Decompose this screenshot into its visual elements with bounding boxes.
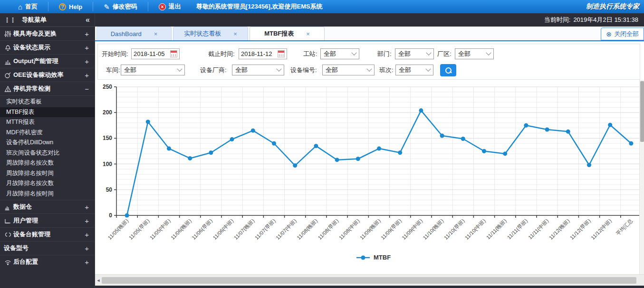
expand-plus-icon[interactable]: + <box>85 231 89 239</box>
expand-plus-icon[interactable]: + <box>85 57 89 65</box>
navigation-sidebar: ⋮⋮ 导航菜单 « 模具寿命及更换 + 设备状态展示 + <box>0 13 95 288</box>
horizontal-scrollbar-thumb[interactable] <box>102 277 636 284</box>
alarm-bell-icon <box>3 44 12 51</box>
submenu-shift-compare[interactable]: 班次间设备状态对比 <box>0 148 95 158</box>
vendor-select[interactable]: 全部 <box>232 65 284 75</box>
submenu-drilldown[interactable]: 设备停机DillDown <box>0 138 95 148</box>
sidebar-item-mold-life[interactable]: 模具寿命及更换 + <box>0 27 95 40</box>
expand-plus-icon[interactable]: + <box>85 71 89 79</box>
filter-panel: 开始时间: 2018-11-05 截止时间: 2018-11-12 工站: 全部 <box>97 44 640 80</box>
svg-text:11/09(早班): 11/09(早班) <box>380 218 403 241</box>
gauge-icon <box>3 72 12 79</box>
expand-plus-icon[interactable]: + <box>85 244 89 252</box>
svg-text:50: 50 <box>106 186 113 193</box>
brand-slogan: 制造执行系统专家 <box>586 2 644 11</box>
change-password-button[interactable]: ✎ 修改密码 <box>93 2 148 11</box>
end-date-input[interactable]: 2018-11-12 <box>239 48 287 59</box>
factory-select[interactable]: 全部 <box>455 48 494 59</box>
expand-plus-icon[interactable]: + <box>85 217 89 225</box>
svg-text:11/06(中班): 11/06(中班) <box>211 218 234 241</box>
home-button[interactable]: ⌂ 首页 <box>0 2 48 11</box>
submenu-mdf-density[interactable]: MDF停机密度 <box>0 128 95 138</box>
station-label: 工站: <box>303 48 317 60</box>
home-icon: ⌂ <box>18 3 22 10</box>
department-select[interactable]: 全部 <box>395 48 434 59</box>
filter-row-1: 开始时间: 2018-11-05 截止时间: 2018-11-12 工站: 全部 <box>98 48 640 60</box>
chevron-down-icon <box>425 66 431 71</box>
horizontal-scrollbar[interactable]: ◄ <box>95 274 644 286</box>
topbar-menu: ⌂ 首页 ? Help ✎ 修改密码 × 退出 尊敬的系统管理员[123456]… <box>0 2 323 11</box>
svg-text:11/05(中班): 11/05(中班) <box>149 218 172 241</box>
bar-chart-icon <box>3 58 12 65</box>
factory-label: 厂区: <box>437 48 452 60</box>
vertical-scrollbar[interactable] <box>639 80 644 277</box>
submenu-mtbf-report[interactable]: MTBF报表 <box>0 107 95 118</box>
help-label: Help <box>69 3 82 10</box>
submenu-week-rank-time[interactable]: 周故障排名按时间 <box>0 168 95 179</box>
welcome-message: 尊敬的系统管理员[123456],欢迎使用EMS系统 <box>192 2 323 11</box>
expand-plus-icon[interactable]: + <box>85 203 89 211</box>
help-button[interactable]: ? Help <box>48 2 93 11</box>
close-all-tabs-button[interactable]: ⊗ 关闭全部 <box>601 28 644 40</box>
chevron-down-icon <box>276 66 281 71</box>
svg-text:11/07(早班): 11/07(早班) <box>254 218 277 241</box>
ems-application-window: ⌂ 首页 ? Help ✎ 修改密码 × 退出 尊敬的系统管理员[123456]… <box>0 0 644 288</box>
window-icon <box>3 217 12 224</box>
search-button[interactable] <box>440 64 456 76</box>
station-select[interactable]: 全部 <box>320 48 359 59</box>
sidebar-header: ⋮⋮ 导航菜单 « <box>0 13 95 27</box>
sidebar-item-oee-efficiency[interactable]: OEE设备稼动效率 + <box>0 68 95 82</box>
main-area: 当前时间: 2019年4月2日 15:31:38 DashBoard × 实时状… <box>95 13 644 288</box>
collapse-minus-icon[interactable]: − <box>85 85 89 93</box>
logout-button[interactable]: × 退出 <box>148 2 192 11</box>
tab-realtime-board[interactable]: 实时状态看板 × <box>173 27 248 40</box>
workshop-select[interactable]: 全部 <box>121 65 185 75</box>
sidebar-item-downtime-detect[interactable]: 停机异常检测 − <box>0 82 95 95</box>
workshop-label: 车间: <box>106 65 120 76</box>
tab-close-icon[interactable]: × <box>306 30 310 37</box>
expand-plus-icon[interactable]: + <box>85 44 89 52</box>
search-icon <box>445 67 452 74</box>
scroll-left-arrow-icon[interactable]: ◄ <box>95 278 102 283</box>
svg-text:200: 200 <box>103 109 112 116</box>
device-id-label: 设备编号: <box>290 65 317 76</box>
svg-text:11/08(中班): 11/08(中班) <box>338 218 361 241</box>
submenu-month-rank-time[interactable]: 月故障排名按时间 <box>0 189 95 199</box>
expand-plus-icon[interactable]: + <box>85 258 89 266</box>
tab-dashboard[interactable]: DashBoard × <box>96 27 172 40</box>
sidebar-item-backend-config[interactable]: 后台配置 + <box>0 255 95 269</box>
tab-close-icon[interactable]: × <box>233 30 237 37</box>
sidebar-item-device-status[interactable]: 设备状态展示 + <box>0 40 95 54</box>
calendar-icon[interactable] <box>170 50 177 57</box>
expand-plus-icon[interactable]: + <box>85 30 89 38</box>
tab-label: MTBF报表 <box>264 29 294 38</box>
legend-mtbf[interactable]: MTBF <box>356 254 391 261</box>
submenu-realtime-board[interactable]: 实时状态看板 <box>0 97 95 107</box>
submenu-mttr-report[interactable]: MTTR报表 <box>0 117 95 128</box>
submenu-week-rank-count[interactable]: 周故障排名按次数 <box>0 158 95 168</box>
svg-text:11/12(中班): 11/12(中班) <box>590 218 613 241</box>
sidebar-item-data-warehouse[interactable]: 数据仓 + <box>0 200 95 214</box>
sidebar-item-user-management[interactable]: 用户管理 + <box>0 214 95 227</box>
svg-text:11/07(晚班): 11/07(晚班) <box>233 218 256 241</box>
warning-triangle-icon <box>3 85 12 93</box>
device-id-select[interactable]: 全部 <box>322 65 375 75</box>
svg-text:11/07(中班): 11/07(中班) <box>275 218 298 241</box>
downtime-submenu: 实时状态看板 MTBF报表 MTTR报表 MDF停机密度 设备停机DillDow… <box>0 95 95 200</box>
tab-close-icon[interactable]: × <box>154 30 158 37</box>
sidebar-item-device-model[interactable]: 设备型号 + <box>0 241 95 255</box>
vertical-scrollbar-thumb[interactable] <box>640 81 644 142</box>
filter-row-2: 车间: 全部 设备厂商: 全部 设备编号: 全部 班次: <box>98 65 640 76</box>
svg-text:11/12(晚班): 11/12(晚班) <box>548 218 571 241</box>
svg-text:11/05(晚班): 11/05(晚班) <box>106 218 129 241</box>
sidebar-item-equipment-ledger[interactable]: 设备台账管理 + <box>0 227 95 241</box>
tab-mtbf-report[interactable]: MTBF报表 × <box>250 27 325 40</box>
calendar-icon[interactable] <box>278 50 285 57</box>
home-label: 首页 <box>25 2 38 11</box>
start-date-input[interactable]: 2018-11-05 <box>131 48 180 59</box>
sidebar-collapse-icon[interactable]: « <box>86 16 90 24</box>
submenu-month-rank-count[interactable]: 月故障排名按次数 <box>0 178 95 189</box>
sidebar-item-output-capacity[interactable]: Output产能管理 + <box>0 54 95 68</box>
shift-select[interactable]: 全部 <box>395 65 433 75</box>
current-time-value: 2019年4月2日 15:31:38 <box>573 16 638 24</box>
